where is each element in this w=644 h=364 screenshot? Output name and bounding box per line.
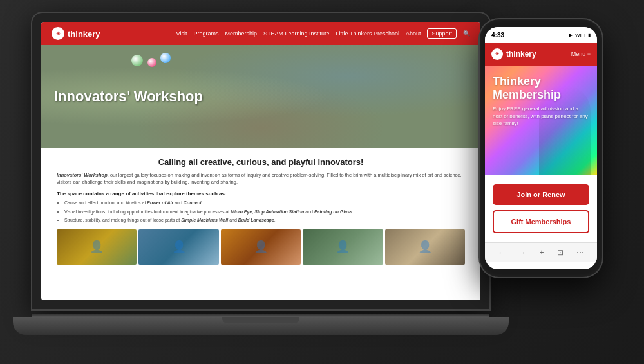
list-item: Visual investigations, including opportu…	[64, 209, 465, 216]
phone-status-icons: ▶ WiFi ▮	[569, 32, 591, 38]
content-headline: Calling all creative, curious, and playf…	[57, 157, 465, 167]
phone-hero-content: Thinkery Membership Enjoy FREE general a…	[485, 66, 597, 136]
phone-logo: ✳ thinkery	[491, 48, 536, 60]
phone-hero-title: Thinkery Membership	[493, 75, 589, 101]
content-section: Calling all creative, curious, and playf…	[41, 148, 480, 274]
phone: 4:33 ▶ WiFi ▮ ✳ thinkery Menu ≡	[480, 19, 602, 277]
photo-thumb-3	[221, 229, 301, 265]
site-logo-text: thinkery	[68, 29, 100, 39]
new-tab-icon[interactable]: +	[539, 248, 544, 257]
nav-about[interactable]: About	[406, 30, 421, 37]
phone-menu-button[interactable]: Menu ≡	[571, 51, 591, 57]
list-item: Structure, stability, and making things …	[64, 217, 465, 224]
photo-thumb-4	[303, 229, 383, 265]
join-renew-button[interactable]: Join or Renew	[493, 184, 589, 205]
laptop-screen-outer: ✳ thinkery Visit Programs Membership STE…	[32, 13, 489, 309]
nav-programs[interactable]: Programs	[193, 30, 218, 37]
phone-bottom-bar: ← → + ⊡ ⋯	[485, 242, 597, 262]
laptop: ✳ thinkery Visit Programs Membership STE…	[32, 13, 496, 348]
photo-strip	[57, 229, 465, 265]
phone-screen: 4:33 ▶ WiFi ▮ ✳ thinkery Menu ≡	[485, 27, 597, 269]
phone-logo-text: thinkery	[506, 50, 536, 59]
photo-thumb-1	[57, 229, 137, 265]
signal-icon: ▶	[569, 32, 573, 38]
nav-membership[interactable]: Membership	[225, 30, 257, 37]
nav-visit[interactable]: Visit	[176, 30, 187, 37]
search-icon[interactable]: 🔍	[463, 30, 470, 37]
hero-section: Innovators' Workshop	[41, 45, 480, 148]
wifi-icon: WiFi	[575, 32, 585, 38]
content-intro-bold: Innovators' Workshop	[57, 172, 108, 178]
phone-outer: 4:33 ▶ WiFi ▮ ✳ thinkery Menu ≡	[480, 19, 602, 277]
forward-icon[interactable]: →	[518, 248, 526, 257]
nav-little-thinkers[interactable]: Little Thinkers Preschool	[336, 30, 399, 37]
phone-nav: ✳ thinkery Menu ≡	[485, 43, 597, 66]
battery-icon: ▮	[588, 32, 591, 38]
nav-support-button[interactable]: Support	[427, 28, 457, 39]
thinkery-logo-icon: ✳	[52, 27, 64, 40]
photo-thumb-2	[138, 229, 218, 265]
scene: ✳ thinkery Visit Programs Membership STE…	[0, 0, 644, 364]
nav-steam[interactable]: STEAM Learning Institute	[263, 30, 330, 37]
back-icon[interactable]: ←	[498, 248, 506, 257]
hero-ball-pink	[147, 58, 156, 67]
laptop-screen-inner: ✳ thinkery Visit Programs Membership STE…	[41, 22, 480, 300]
laptop-base	[13, 317, 509, 335]
more-icon[interactable]: ⋯	[576, 248, 584, 257]
content-list: Cause and effect, motion, and kinetics a…	[57, 200, 465, 224]
hero-ball-green	[131, 55, 143, 66]
content-intro: Innovators' Workshop, our largest galler…	[57, 172, 465, 186]
phone-status-bar: 4:33 ▶ WiFi ▮	[485, 27, 597, 43]
gift-memberships-button[interactable]: Gift Memberships	[493, 210, 589, 233]
phone-hero-description: Enjoy FREE general admission and a host …	[493, 105, 589, 127]
hero-title: Innovators' Workshop	[54, 88, 203, 105]
phone-time: 4:33	[491, 32, 504, 39]
photo-thumb-5	[385, 229, 465, 265]
content-subhead: The space contains a range of activities…	[57, 191, 465, 196]
tabs-icon[interactable]: ⊡	[557, 248, 564, 257]
phone-logo-icon: ✳	[491, 48, 503, 60]
phone-cta-area: Join or Renew Gift Memberships	[485, 175, 597, 242]
site-nav-links: Visit Programs Membership STEAM Learning…	[176, 28, 470, 39]
site-nav: ✳ thinkery Visit Programs Membership STE…	[41, 22, 480, 45]
phone-hero: Thinkery Membership Enjoy FREE general a…	[485, 66, 597, 175]
hero-ball-blue	[160, 53, 171, 63]
site-logo: ✳ thinkery	[52, 27, 100, 40]
list-item: Cause and effect, motion, and kinetics a…	[64, 200, 465, 207]
